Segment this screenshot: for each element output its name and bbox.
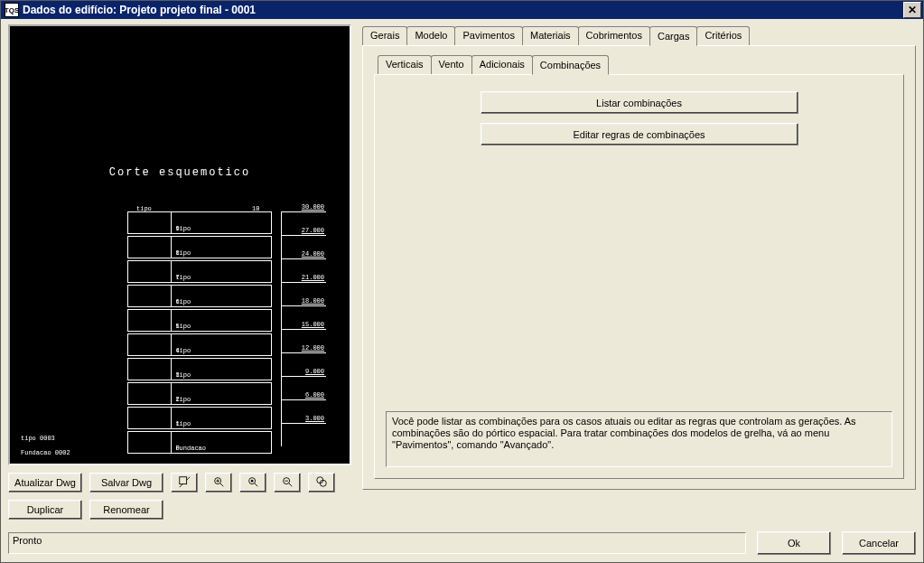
- drawing-title: Corte esquemotico: [10, 166, 350, 179]
- drawing-floor-number: 9: [175, 225, 267, 232]
- drawing-scale: 30.00027.00024.00021.00018.00015.00012.0…: [281, 211, 326, 446]
- tab-critérios[interactable]: Critérios: [696, 26, 750, 45]
- zoom-extents-button[interactable]: [239, 473, 266, 493]
- drawing-floor-row: tipo3: [127, 358, 272, 380]
- drawing-floor-cell-right: tipo8: [172, 237, 271, 258]
- drawing-floor-number: 8: [175, 249, 267, 257]
- status-bar: Pronto: [8, 532, 746, 554]
- drawing-floor-row: tipo6: [127, 285, 272, 307]
- tab-pavimentos[interactable]: Pavimentos: [454, 26, 522, 45]
- drawing-floor-row: tipo8: [127, 236, 272, 258]
- svg-line-9: [289, 483, 293, 487]
- drawing-scale-value: 6.000: [305, 391, 324, 399]
- preview-tools-row2: Duplicar Renomear: [8, 500, 351, 520]
- drawing-floor-number: 5: [175, 323, 267, 330]
- drawing-floor-cell-left: [128, 334, 172, 355]
- drawing-scale-value: 9.000: [305, 368, 324, 375]
- drawing-scale-value: 30.000: [302, 203, 324, 211]
- zoom-window-button[interactable]: [171, 473, 198, 493]
- tab-gerais[interactable]: Gerais: [362, 26, 407, 45]
- description-box: Você pode listar as combinações para os …: [386, 411, 892, 467]
- renomear-button[interactable]: Renomear: [89, 500, 163, 520]
- drawing-floor-number: 2: [175, 396, 267, 403]
- pan-button[interactable]: [308, 473, 335, 493]
- drawing-floor-cell-left: [128, 359, 172, 380]
- drawing-scale-value: 3.000: [305, 415, 324, 422]
- drawing-floor-number: 1: [175, 420, 267, 427]
- ok-button[interactable]: Ok: [757, 531, 831, 555]
- drawing-scale-tick: 3.000: [281, 423, 326, 446]
- drawing-preview: Corte esquemotico tipo 10 tipo9tipo8tipo…: [8, 24, 351, 465]
- inner-tab-bar: VerticaisVentoAdicionaisCombinações: [378, 55, 904, 74]
- drawing-floor-cell-left: [128, 237, 172, 258]
- subtab-vento[interactable]: Vento: [431, 55, 472, 74]
- right-panel: GeraisModeloPavimentosMateriaisCobriment…: [362, 24, 916, 520]
- drawing-floor-cell-left: [128, 383, 172, 404]
- drawing-scale-value: 24.000: [302, 250, 324, 258]
- drawing-scale-value: 27.000: [302, 227, 324, 234]
- svg-line-6: [255, 483, 258, 487]
- zoom-in-icon: [212, 475, 225, 490]
- window-title: Dados do edifício: Projeto projeto final…: [23, 4, 903, 16]
- main-tab-bar: GeraisModeloPavimentosMateriaisCobriment…: [362, 26, 916, 45]
- drawing-floor-cell-left: [128, 261, 172, 282]
- close-button[interactable]: ✕: [903, 2, 921, 18]
- drawing-floor-number: 3: [175, 371, 267, 379]
- drawing-scale-value: 15.000: [302, 321, 324, 328]
- drawing-footer-line2: Fundacao 0002: [21, 449, 70, 456]
- tab-modelo[interactable]: Modelo: [406, 26, 455, 45]
- drawing-floor-row: tipo5: [127, 309, 272, 332]
- zoom-out-icon: [281, 475, 294, 490]
- drawing-floor-number: 6: [175, 298, 267, 305]
- preview-tools-row1: Atualizar Dwg Salvar Dwg: [8, 473, 351, 493]
- zoom-out-button[interactable]: [274, 473, 301, 493]
- left-panel: Corte esquemotico tipo 10 tipo9tipo8tipo…: [8, 24, 351, 520]
- editar-regras-button[interactable]: Editar regras de combinações: [481, 123, 798, 145]
- close-icon: ✕: [908, 4, 917, 16]
- main-tab-body: VerticaisVentoAdicionaisCombinações List…: [362, 45, 916, 490]
- drawing-floor-cell-left: [128, 432, 172, 453]
- tab-cobrimentos[interactable]: Cobrimentos: [578, 26, 650, 45]
- tab-cargas[interactable]: Cargas: [649, 26, 697, 46]
- drawing-scale-value: 18.000: [302, 297, 324, 305]
- drawing-floor-row: tipo7: [127, 260, 272, 283]
- subtab-adicionais[interactable]: Adicionais: [471, 55, 533, 74]
- listar-combinacoes-button[interactable]: Listar combinações: [481, 91, 798, 114]
- drawing-floor-row: tipo9: [127, 211, 272, 234]
- zoom-window-icon: [178, 475, 191, 490]
- svg-point-7: [251, 480, 254, 483]
- inner-tab-body: Listar combinações Editar regras de comb…: [374, 74, 904, 479]
- drawing-floor-cell-left: [128, 286, 172, 306]
- drawing-floor-number: 0: [175, 445, 267, 452]
- zoom-in-button[interactable]: [205, 473, 232, 493]
- dialog-footer: Pronto Ok Cancelar: [8, 531, 916, 555]
- upper-area: Corte esquemotico tipo 10 tipo9tipo8tipo…: [8, 24, 916, 520]
- drawing-floor-cell-right: Fundacao0: [172, 432, 271, 453]
- subtab-combinações[interactable]: Combinações: [532, 55, 609, 75]
- title-bar: TQS Dados do edifício: Projeto projeto f…: [1, 1, 923, 19]
- drawing-floor-cell-right: tipo1: [172, 408, 271, 428]
- drawing-floor-cell-left: [128, 408, 172, 428]
- cancel-button[interactable]: Cancelar: [842, 531, 916, 555]
- drawing-floor-cell-left: [128, 310, 172, 331]
- drawing-floor-row: Fundacao0: [127, 431, 272, 454]
- drawing-scale-value: 21.000: [302, 274, 324, 281]
- drawing-floor-cell-right: tipo7: [172, 261, 271, 282]
- zoom-extents-icon: [247, 475, 259, 490]
- salvar-dwg-button[interactable]: Salvar Dwg: [89, 473, 163, 493]
- duplicar-button[interactable]: Duplicar: [8, 500, 82, 520]
- tab-materiais[interactable]: Materiais: [522, 26, 579, 45]
- drawing-floor-row: tipo2: [127, 382, 272, 405]
- pan-icon: [315, 475, 328, 490]
- client-area: Corte esquemotico tipo 10 tipo9tipo8tipo…: [1, 19, 923, 562]
- subtab-verticais[interactable]: Verticais: [378, 55, 432, 74]
- drawing-floor-number: 7: [175, 274, 267, 281]
- drawing-floor-cell-right: tipo5: [172, 310, 271, 331]
- drawing-floor-cell-right: tipo4: [172, 334, 271, 355]
- svg-line-2: [220, 483, 224, 487]
- drawing-footer-line1: tipo 0003: [21, 435, 55, 442]
- svg-rect-0: [180, 477, 187, 484]
- drawing-floor-cell-right: tipo6: [172, 286, 271, 306]
- drawing-floor-cell-right: tipo3: [172, 359, 271, 380]
- atualizar-dwg-button[interactable]: Atualizar Dwg: [8, 473, 82, 493]
